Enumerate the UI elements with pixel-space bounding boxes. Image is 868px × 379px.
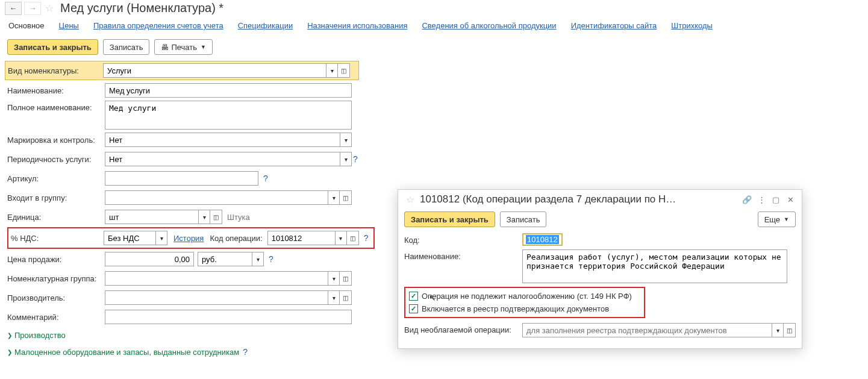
- lowvalue-help[interactable]: ?: [242, 347, 249, 357]
- nav-back-button[interactable]: ←: [5, 2, 22, 15]
- currency-dropdown-button[interactable]: ▾: [252, 252, 264, 266]
- opcode-help[interactable]: ?: [363, 233, 370, 243]
- tab-alcohol[interactable]: Сведения об алкогольной продукции: [422, 21, 556, 30]
- checkbox-not-taxed[interactable]: ✓: [409, 292, 418, 301]
- marking-input[interactable]: [105, 133, 340, 147]
- dialog-name-label: Наименование:: [404, 249, 522, 261]
- dialog-more-button[interactable]: Еще ▼: [758, 211, 796, 227]
- fullname-textarea[interactable]: Мед услуги: [105, 101, 352, 130]
- dialog-close-icon[interactable]: ✕: [785, 194, 796, 205]
- group-open-button[interactable]: ◫: [340, 190, 352, 205]
- opcode-label: Код операции:: [210, 234, 262, 243]
- period-label: Периодичность услуги:: [7, 152, 105, 166]
- checkbox-in-registry[interactable]: ✓: [409, 304, 418, 313]
- unit-open-button[interactable]: ◫: [210, 210, 222, 224]
- name-label: Наименование:: [7, 84, 105, 98]
- tab-barcodes[interactable]: Штрихкоды: [671, 21, 713, 30]
- print-icon: 🖶: [161, 43, 169, 52]
- chevron-down-icon: ▼: [201, 44, 206, 50]
- manuf-label: Производитель:: [7, 291, 105, 305]
- dialog-nontax-input[interactable]: [522, 323, 772, 337]
- dialog-link-icon[interactable]: 🔗: [742, 194, 752, 205]
- tab-prices[interactable]: Цены: [59, 21, 79, 30]
- vat-dropdown-button[interactable]: ▾: [155, 231, 167, 245]
- tabs-bar: Основное Цены Правила определения счетов…: [0, 16, 868, 34]
- comment-label: Комментарий:: [7, 310, 105, 324]
- write-and-close-button[interactable]: Записать и закрыть: [7, 39, 98, 55]
- chevron-right-icon: ❯: [7, 349, 12, 356]
- print-button[interactable]: 🖶 Печать ▼: [154, 39, 213, 55]
- type-input[interactable]: [103, 63, 326, 78]
- currency-input[interactable]: [198, 252, 252, 266]
- nomgroup-label: Номенклатурная группа:: [7, 272, 105, 286]
- opcode-input[interactable]: [267, 231, 335, 245]
- dialog-nontax-open[interactable]: ◫: [784, 323, 796, 337]
- tab-usage[interactable]: Назначения использования: [307, 21, 407, 30]
- period-help[interactable]: ?: [352, 154, 359, 164]
- period-dropdown-button[interactable]: ▾: [340, 152, 352, 166]
- dialog-title: 1010812 (Код операции раздела 7 декларац…: [420, 193, 738, 205]
- dialog-code-field[interactable]: 1010812: [522, 233, 563, 246]
- unit-input[interactable]: [105, 210, 198, 224]
- dialog-nontax-dropdown[interactable]: ▾: [772, 323, 784, 337]
- type-open-button[interactable]: ◫: [338, 63, 350, 78]
- marking-label: Маркировка и контроль:: [7, 133, 105, 147]
- group-dropdown-button[interactable]: ▾: [328, 190, 340, 205]
- vat-input[interactable]: [104, 231, 155, 245]
- manuf-input[interactable]: [105, 290, 328, 305]
- price-help[interactable]: ?: [267, 254, 275, 264]
- vat-label: % НДС:: [11, 231, 104, 245]
- unit-label: Единица:: [7, 210, 105, 224]
- dialog-code-label: Код:: [404, 233, 522, 245]
- marking-dropdown-button[interactable]: ▾: [340, 133, 352, 147]
- history-link[interactable]: История: [173, 234, 204, 243]
- article-label: Артикул:: [7, 172, 105, 186]
- opcode-open-button[interactable]: ◫: [347, 231, 359, 245]
- comment-input[interactable]: [105, 310, 352, 324]
- group-label: Входит в группу:: [7, 191, 105, 205]
- nomgroup-open-button[interactable]: ◫: [340, 271, 352, 286]
- type-dropdown-button[interactable]: ▾: [326, 63, 338, 78]
- dialog-star-icon[interactable]: ☆: [404, 193, 416, 205]
- checkbox-in-registry-label: Включается в реестр подтверждающих докум…: [422, 304, 609, 313]
- tab-account-rules[interactable]: Правила определения счетов учета: [93, 21, 223, 30]
- dialog-name-textarea[interactable]: Реализация работ (услуг), местом реализа…: [522, 249, 787, 283]
- chevron-right-icon: ❯: [7, 332, 12, 339]
- tab-site-ids[interactable]: Идентификаторы сайта: [571, 21, 657, 30]
- article-input[interactable]: [105, 171, 258, 186]
- dialog-maximize-icon[interactable]: ▢: [770, 194, 781, 205]
- dialog-write-close-button[interactable]: Записать и закрыть: [404, 211, 495, 227]
- nomgroup-input[interactable]: [105, 271, 328, 286]
- dialog-write-button[interactable]: Записать: [500, 211, 547, 227]
- page-title: Мед услуги (Номенклатура) *: [60, 1, 223, 15]
- opcode-dialog: ☆ 1010812 (Код операции раздела 7 деклар…: [398, 189, 802, 349]
- write-button[interactable]: Записать: [103, 39, 150, 55]
- price-input[interactable]: [105, 252, 194, 266]
- opcode-dropdown-button[interactable]: ▾: [335, 231, 347, 245]
- chevron-down-icon: ▼: [784, 216, 789, 222]
- name-input[interactable]: [105, 83, 352, 98]
- favorite-star-icon[interactable]: ☆: [43, 2, 55, 14]
- nav-forward-button[interactable]: →: [24, 2, 41, 15]
- group-input[interactable]: [105, 190, 328, 205]
- price-label: Цена продажи:: [7, 252, 105, 266]
- tab-specs[interactable]: Спецификации: [238, 21, 293, 30]
- checkbox-not-taxed-label: Операция не подлежит налогообложению (ст…: [422, 292, 632, 301]
- type-label: Вид номенклатуры:: [8, 64, 103, 78]
- tab-main[interactable]: Основное: [8, 21, 45, 30]
- manuf-dropdown-button[interactable]: ▾: [328, 290, 340, 305]
- period-input[interactable]: [105, 152, 340, 166]
- dialog-more-icon[interactable]: ⋮: [756, 194, 767, 205]
- nomgroup-dropdown-button[interactable]: ▾: [328, 271, 340, 286]
- dialog-nontax-label: Вид необлагаемой операции:: [404, 323, 522, 334]
- fullname-label: Полное наименование:: [7, 101, 105, 114]
- manuf-open-button[interactable]: ◫: [340, 290, 352, 305]
- unit-dropdown-button[interactable]: ▾: [198, 210, 210, 224]
- unit-description: Штука: [227, 213, 250, 222]
- article-help[interactable]: ?: [262, 174, 269, 183]
